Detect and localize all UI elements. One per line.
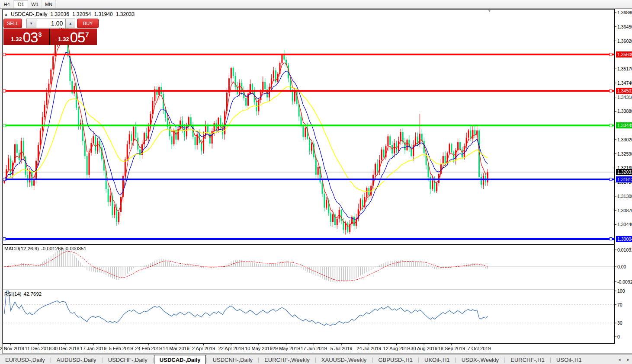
- price-tick-label: 1.31300: [617, 194, 632, 199]
- sell-button[interactable]: SELL: [3, 19, 22, 28]
- chart-window-background: [2, 9, 632, 354]
- line-handle-right[interactable]: [610, 238, 612, 240]
- price-tick-label: 1.36450: [617, 24, 632, 29]
- rsi-axis-label: 100: [617, 288, 632, 294]
- tab-usdchf-daily[interactable]: USDCHF-,Daily: [103, 355, 153, 364]
- date-axis-label: 14 Mar 2019: [163, 346, 189, 351]
- date-axis-label: 11 Dec 2018: [25, 346, 52, 351]
- buy-price-sup: 7: [85, 31, 89, 38]
- price-tick-label: 1.30870: [617, 208, 632, 213]
- app-root: { "toolbar": { "timeframes": [ {"label":…: [0, 0, 632, 364]
- line-handle-right[interactable]: [610, 178, 612, 181]
- toolbar-separator: [56, 1, 56, 7]
- tab-scroll-nav: ◄ ►: [617, 355, 630, 364]
- buy-button[interactable]: BUY: [77, 19, 99, 28]
- tab-eurusd-daily[interactable]: EURUSD-,Daily: [0, 355, 50, 364]
- timeframe-button-h4[interactable]: H4: [0, 0, 14, 8]
- date-axis-label: 18 Sep 2019: [438, 346, 465, 351]
- chart-title-row: ▲ USDCAD-,Daily 1.32036 1.32054 1.31940 …: [4, 11, 138, 17]
- macd-name: MACD(12,26,9): [4, 246, 39, 251]
- rsi-name: RSI(14): [4, 291, 22, 297]
- date-axis-label: 22 Apr 2019: [218, 346, 244, 351]
- price-tick-label: 1.32590: [617, 151, 632, 156]
- tab-ukoil-h1[interactable]: UKOil-,H1: [419, 355, 455, 364]
- price-badge-1.33449: 1.33449: [616, 122, 632, 128]
- quote-close: 1.32033: [116, 11, 135, 17]
- macd-signal-value: 0.000351: [66, 246, 87, 251]
- volume-decrease-button[interactable]: ▼: [26, 19, 36, 28]
- tab-usdcnh-daily[interactable]: USDCNH-,Daily: [208, 355, 258, 364]
- tab-audusd-daily[interactable]: AUDUSD-,Daily: [51, 355, 102, 364]
- chart-shift-marker-icon: ▼: [488, 9, 491, 13]
- timeframe-button-d1[interactable]: D1: [14, 0, 28, 8]
- date-axis-label: 12 Aug 2019: [383, 346, 410, 351]
- line-handle-left[interactable]: [3, 53, 6, 56]
- tab-usdx-weekly[interactable]: USDX-,Weekly: [456, 355, 504, 364]
- price-badge-1.35606: 1.35606: [616, 51, 632, 57]
- tab-scroll-right-icon[interactable]: ►: [626, 358, 630, 362]
- date-axis-label: 30 Aug 2019: [411, 346, 437, 351]
- price-tick-label: 1.33020: [617, 137, 632, 142]
- timeframe-button-mn[interactable]: MN: [42, 0, 56, 8]
- date-axis-label: 2 Apr 2019: [192, 346, 215, 351]
- tab-xauusd-weekly[interactable]: XAUUSD-,Weekly: [316, 355, 372, 364]
- sell-price-display[interactable]: 1.32 03 3: [3, 29, 50, 45]
- price-tick-label: 1.35170: [617, 66, 632, 71]
- line-handle-left[interactable]: [3, 124, 6, 127]
- price-tick-label: 1.33880: [617, 109, 632, 114]
- buy-price-display[interactable]: 1.32 05 7: [50, 29, 97, 45]
- line-handle-right[interactable]: [610, 53, 612, 56]
- line-handle-left[interactable]: [3, 89, 6, 92]
- tab-eurchf-h1[interactable]: EURCHF-,H1: [505, 355, 550, 364]
- line-handle-left[interactable]: [3, 238, 6, 240]
- sell-price-big: 03: [23, 31, 38, 44]
- line-handle-left[interactable]: [3, 178, 6, 181]
- date-axis-label: 10 May 2019: [245, 346, 273, 351]
- price-badge-1.31812: 1.31812: [616, 176, 632, 182]
- date-axis-label: 24 Jul 2019: [356, 346, 381, 351]
- tab-scroll-left-icon[interactable]: ◄: [617, 358, 621, 362]
- date-axis-label: 29 May 2019: [273, 346, 300, 351]
- volume-increase-button[interactable]: ▲: [65, 19, 75, 28]
- tab-gbpusd-h1[interactable]: GBPUSD-,H1: [373, 355, 417, 364]
- buy-price-big: 05: [70, 31, 85, 44]
- quote-panel-toggle-icon[interactable]: ▲: [4, 13, 8, 16]
- rsi-axis-label: 0: [617, 334, 632, 339]
- macd-axis-label: -0.00920: [617, 279, 632, 284]
- date-axis-label: 17 Jun 2019: [301, 346, 327, 351]
- buy-price-prefix: 1.32: [58, 36, 69, 42]
- chart-symbol-title: USDCAD-,Daily: [11, 11, 48, 17]
- sell-price-prefix: 1.32: [11, 36, 22, 42]
- rsi-axis-label: 70: [617, 302, 632, 307]
- date-axis-label: 5 Feb 2019: [109, 346, 133, 351]
- one-click-trading-panel: SELL ▼ 1.00 ▲ BUY 1.32 03 3 1.32 05 7: [3, 19, 99, 45]
- rsi-value: 42.7692: [24, 291, 42, 297]
- tab-usdcad-daily[interactable]: USDCAD-,Daily: [154, 355, 206, 364]
- rsi-axis-label: 30: [617, 320, 632, 326]
- macd-axis-label: 0.00: [617, 264, 632, 269]
- chart-canvas: [0, 0, 632, 364]
- macd-axis-label: 0.010311: [617, 247, 632, 252]
- tab-eurchf-weekly[interactable]: EURCHF-,Weekly: [259, 355, 315, 364]
- line-handle-right[interactable]: [610, 89, 612, 92]
- rsi-indicator-label: RSI(14)42.7692: [4, 291, 44, 297]
- date-axis-label: 17 Jan 2019: [80, 346, 107, 351]
- horizontal-line-1.30004[interactable]: [3, 238, 614, 240]
- quote-open: 1.32036: [51, 11, 69, 17]
- date-axis-label: 7 Oct 2019: [468, 346, 491, 351]
- volume-input[interactable]: 1.00: [36, 19, 66, 28]
- price-badge-1.32033: 1.32033: [616, 169, 632, 175]
- price-badge-1.30004: 1.30004: [616, 236, 632, 242]
- price-tick-label: 1.36880: [617, 10, 632, 15]
- quote-low: 1.31940: [94, 11, 112, 17]
- date-axis-label: 30 Dec 2018: [52, 346, 79, 351]
- price-tick-label: 1.34740: [617, 80, 632, 86]
- sell-price-sup: 3: [38, 31, 42, 38]
- timeframe-button-w1[interactable]: W1: [28, 0, 42, 8]
- tab-usoil-h1[interactable]: USOil-,H1: [551, 355, 587, 364]
- price-tick-label: 1.36020: [617, 38, 632, 44]
- line-handle-right[interactable]: [610, 124, 612, 127]
- chart-tab-bar: EURUSD-,Daily|AUDUSD-,Daily|USDCHF-,Dail…: [0, 354, 632, 364]
- quote-high: 1.32054: [72, 11, 91, 17]
- date-axis-label: 5 Jul 2019: [330, 346, 353, 351]
